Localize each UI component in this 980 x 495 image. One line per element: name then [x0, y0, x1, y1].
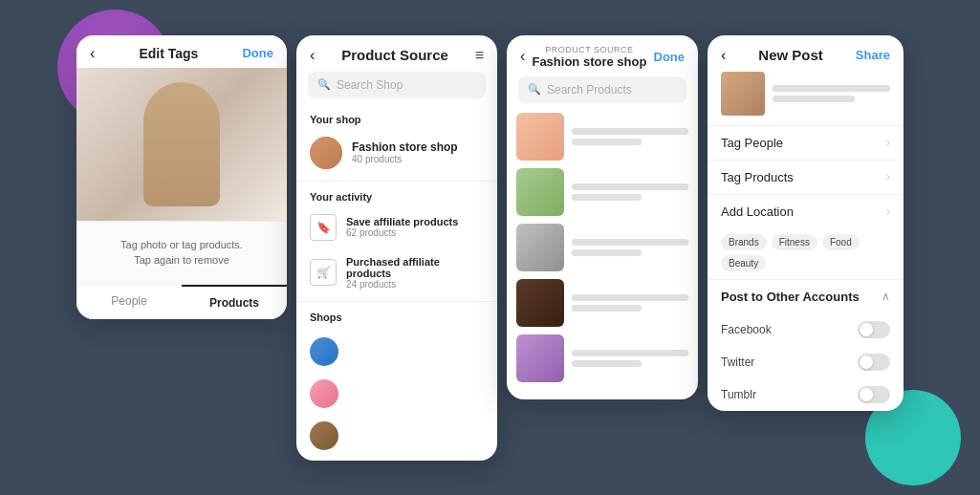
save-affiliate-item[interactable]: 🔖 Save affiliate products 62 products — [296, 206, 497, 248]
add-location-row[interactable]: Add Location › — [708, 194, 904, 228]
product-line-4a — [572, 294, 688, 301]
other-accounts-section: Post to Other Accounts ∧ Facebook Twitte… — [708, 279, 904, 411]
product-thumb-shirt — [516, 279, 564, 327]
product-lines-1 — [572, 128, 688, 145]
purchased-affiliate-info: Purchased affiliate products 24 products — [346, 256, 484, 290]
product-source-title: Product Source — [315, 47, 474, 63]
other-accounts-chevron: ∧ — [882, 290, 890, 303]
add-location-chevron: › — [886, 204, 890, 218]
menu-icon[interactable]: ≡ — [475, 47, 484, 64]
product-line-2a — [572, 183, 688, 190]
facebook-toggle[interactable] — [858, 321, 890, 338]
post-thumbnail — [721, 72, 765, 116]
shop-name: Fashion store shop — [352, 140, 458, 154]
facebook-label: Facebook — [721, 323, 772, 336]
product-thumb-perfume — [516, 113, 564, 161]
shop-products-count: 40 products — [352, 154, 458, 164]
new-post-card: ‹ New Post Share Tag People › Tag Produc… — [708, 35, 904, 411]
tag-products-row[interactable]: Tag Products › — [708, 160, 904, 194]
caption-line-2 — [773, 96, 855, 102]
shops-list — [296, 327, 497, 461]
shop-list-item-2[interactable] — [296, 373, 497, 415]
divider2 — [296, 301, 497, 302]
purchased-affiliate-sub: 24 products — [346, 279, 484, 290]
save-affiliate-icon: 🔖 — [310, 214, 337, 241]
shop-list-item-1[interactable] — [296, 331, 497, 373]
facebook-toggle-knob — [860, 323, 873, 336]
share-button[interactable]: Share — [856, 48, 890, 62]
your-shop-item[interactable]: Fashion store shop 40 products — [296, 129, 497, 177]
product-row-3[interactable] — [516, 224, 688, 271]
other-accounts-header[interactable]: Post to Other Accounts ∧ — [708, 280, 904, 313]
product-row-4[interactable] — [516, 279, 688, 327]
product-row-5[interactable] — [516, 334, 688, 382]
save-affiliate-info: Save affiliate products 62 products — [346, 216, 458, 238]
tag-people-label: Tag People — [721, 136, 783, 150]
product-thumb-green — [516, 168, 564, 216]
twitter-toggle-knob — [860, 355, 873, 369]
tag-chip-beauty[interactable]: Beauty — [721, 255, 766, 271]
other-accounts-title: Post to Other Accounts — [721, 290, 860, 304]
product-source-label: PRODUCT SOURCE — [525, 45, 653, 54]
done-button[interactable]: Done — [242, 46, 273, 60]
back-icon[interactable]: ‹ — [90, 45, 95, 62]
tag-chip-food[interactable]: Food — [822, 234, 860, 250]
product-lines-3 — [572, 239, 688, 256]
product-lines-2 — [572, 183, 688, 201]
shop-search-placeholder: Search Shop — [337, 78, 403, 92]
purchased-affiliate-item[interactable]: 🛒 Purchased affiliate products 24 produc… — [296, 248, 497, 297]
product-line-3b — [572, 249, 642, 256]
shop-avatar-brown — [310, 421, 338, 450]
save-affiliate-name: Save affiliate products — [346, 216, 458, 227]
tumblr-toggle[interactable] — [858, 386, 890, 403]
purchased-affiliate-icon: 🛒 — [310, 259, 337, 286]
product-line-1b — [572, 139, 642, 145]
fashion-store-done[interactable]: Done — [654, 50, 686, 64]
fashion-store-card: ‹ PRODUCT SOURCE Fashion store shop Done… — [507, 35, 698, 399]
tag-chip-fitness[interactable]: Fitness — [772, 234, 817, 250]
twitter-label: Twitter — [721, 355, 754, 369]
tumblr-toggle-knob — [860, 388, 873, 401]
product-line-4b — [572, 305, 642, 312]
product-source-header: ‹ Product Source ≡ — [296, 35, 497, 72]
your-shop-label: Your shop — [296, 108, 497, 129]
tag-hint-line2: Tap again to remove — [90, 252, 273, 269]
fashion-store-header: ‹ PRODUCT SOURCE Fashion store shop Done — [507, 35, 698, 76]
your-activity-label: Your activity — [296, 185, 497, 206]
fashion-store-title: Fashion store shop — [525, 54, 653, 69]
twitter-toggle[interactable] — [858, 354, 890, 371]
shop-list-item-3[interactable] — [296, 415, 497, 457]
shop-lines-2 — [348, 392, 484, 395]
tag-people-row[interactable]: Tag People › — [708, 125, 904, 160]
tag-chip-brands[interactable]: Brands — [721, 234, 767, 250]
product-lines-4 — [572, 294, 688, 312]
caption-line-1 — [773, 85, 890, 92]
shop-lines-3 — [348, 434, 484, 437]
product-row-2[interactable] — [516, 168, 688, 216]
tumblr-label: Tumblr — [721, 388, 756, 401]
search-icon: 🔍 — [317, 78, 331, 91]
product-thumb-purple — [516, 334, 564, 382]
facebook-toggle-row: Facebook — [708, 313, 904, 346]
shop-lines-1 — [348, 350, 484, 353]
tab-products[interactable]: Products — [182, 285, 287, 319]
tag-hint: Tag photo or tag products. Tap again to … — [76, 221, 287, 284]
screens-container: ‹ Edit Tags Done Tag photo or tag produc… — [57, 16, 923, 480]
tumblr-toggle-row: Tumblr — [708, 378, 904, 411]
tab-people[interactable]: People — [76, 285, 182, 319]
shop-search-bar[interactable]: 🔍 Search Shop — [308, 72, 486, 98]
product-row-1[interactable] — [516, 113, 688, 161]
post-caption-lines — [773, 85, 890, 102]
card1-tabs: People Products — [76, 284, 287, 319]
edit-tags-image — [76, 68, 287, 221]
product-line-1a — [572, 128, 688, 135]
product-grid — [507, 113, 698, 399]
add-location-label: Add Location — [721, 204, 794, 219]
products-search-bar[interactable]: 🔍 Search Products — [518, 76, 686, 103]
tags-chips-container: Brands Fitness Food Beauty — [708, 228, 904, 279]
tag-people-chevron: › — [886, 136, 890, 149]
post-preview — [708, 72, 904, 125]
tag-hint-line1: Tag photo or tag products. — [90, 237, 273, 253]
person-silhouette — [143, 82, 220, 206]
new-post-header: ‹ New Post Share — [708, 35, 904, 72]
